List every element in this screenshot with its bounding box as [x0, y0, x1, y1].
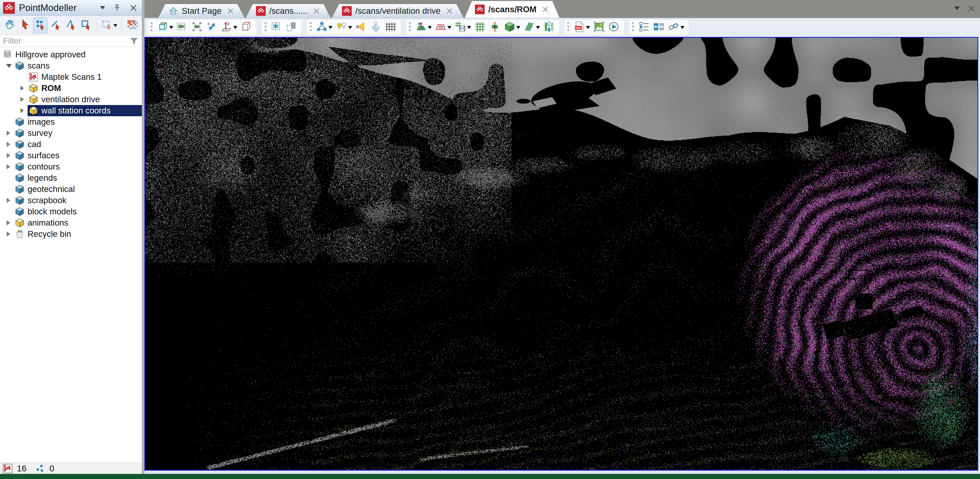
expand-arrow-icon[interactable] — [4, 229, 14, 239]
save-grid-button[interactable] — [453, 20, 473, 35]
expand-arrow-icon[interactable] — [4, 128, 14, 138]
dropdown-arrow-icon — [169, 26, 173, 31]
pattern-select-tool[interactable] — [125, 17, 139, 33]
expand-arrow-icon[interactable] — [4, 140, 14, 149]
legend-panel-button[interactable] — [637, 20, 651, 35]
tree-item-block-models[interactable]: block models — [0, 206, 142, 217]
select-line-tool[interactable] — [48, 17, 63, 33]
centre-view-button[interactable] — [269, 20, 284, 35]
z-axis-icon: Z — [221, 21, 232, 34]
collapse-arrow-icon[interactable] — [4, 61, 14, 71]
edit-action-plane-button[interactable] — [434, 20, 453, 35]
look-at-plane-button[interactable] — [488, 20, 502, 35]
clip-slab-button[interactable] — [542, 20, 556, 35]
solid-box-clip-button[interactable] — [503, 20, 522, 35]
select-arrow-tool[interactable] — [18, 17, 32, 33]
camera-fit-view-button[interactable] — [190, 20, 204, 35]
link-views-button[interactable] — [667, 20, 686, 35]
tab-scans[interactable]: /scans...... — [246, 4, 331, 18]
dropdown-arrow-icon — [113, 24, 118, 29]
group-grip[interactable] — [409, 22, 411, 32]
cube-blue-icon — [15, 140, 24, 149]
perspective-toggle-button[interactable] — [239, 20, 253, 35]
image-photo-icon — [593, 21, 605, 34]
cube-blue-icon — [15, 117, 24, 127]
tab-scans-rom[interactable]: /scans/ROM — [465, 1, 559, 18]
select-rect-tool[interactable] — [79, 17, 94, 33]
export-pdf-button[interactable]: PDF — [572, 20, 591, 35]
tab-list-chevron-icon[interactable] — [955, 6, 959, 13]
view-orientation-button[interactable] — [156, 20, 175, 35]
panel-toolbar — [0, 16, 142, 35]
tree-item-survey[interactable]: survey — [0, 127, 142, 139]
tab-close-icon[interactable] — [227, 7, 234, 15]
tab-scans-ventilation-drive[interactable]: /scans/ventilation drive — [332, 4, 463, 18]
panel-close-icon[interactable] — [129, 3, 138, 12]
marquee-select-tool[interactable] — [101, 17, 118, 33]
expand-arrow-icon[interactable] — [4, 151, 14, 160]
tree-item-content: wall station coords — [27, 105, 142, 116]
group-grip[interactable] — [567, 22, 569, 32]
lighting-button[interactable] — [334, 20, 353, 35]
tab-close-icon[interactable] — [313, 7, 320, 15]
point-display-button[interactable] — [315, 20, 334, 35]
viewport-canvas[interactable] — [145, 38, 977, 470]
maptek-icon — [256, 6, 266, 16]
tab-bar-close-icon[interactable] — [967, 4, 975, 13]
show-grid-button[interactable] — [473, 20, 487, 35]
copy-view-button[interactable] — [284, 20, 299, 35]
panel-menu-chevron-icon[interactable] — [100, 6, 105, 12]
export-image-button[interactable] — [592, 20, 606, 35]
application-window: PointModeller Hillgrove approvedscansMap… — [0, 0, 980, 479]
dropdown-arrow-icon — [428, 26, 432, 31]
up-direction-button[interactable]: Z — [220, 20, 239, 35]
cursor-icon — [19, 19, 31, 32]
clip-plane-button[interactable] — [522, 20, 541, 35]
tree-item-scans[interactable]: scans — [0, 60, 142, 71]
expand-arrow-icon[interactable] — [4, 195, 14, 205]
tree-item-animations[interactable]: animations — [0, 217, 142, 228]
tree-item-recycle-bin[interactable]: Recycle bin — [0, 228, 142, 240]
expand-arrow-icon[interactable] — [18, 83, 27, 93]
group-grip[interactable] — [310, 22, 312, 32]
zoom-to-selection-button[interactable] — [175, 20, 189, 35]
tab-close-icon[interactable] — [445, 7, 453, 15]
tree-item-rom[interactable]: ROM — [0, 82, 142, 94]
filter-input[interactable] — [3, 36, 129, 46]
tree-item-cad[interactable]: cad — [0, 139, 142, 150]
set-action-plane-button[interactable] — [414, 20, 433, 35]
panel-splitter[interactable] — [142, 0, 145, 474]
tree-item-geotechnical[interactable]: geotechnical — [0, 184, 142, 195]
group-grip[interactable] — [151, 22, 152, 32]
swap-views-button[interactable] — [652, 20, 666, 35]
pin-icon[interactable] — [113, 3, 121, 12]
tree-item-wall-station-coords[interactable]: wall station coords — [0, 105, 142, 116]
grid-display-button[interactable] — [383, 20, 398, 35]
zoom-extents-button[interactable] — [205, 20, 219, 35]
tree-item-surfaces[interactable]: surfaces — [0, 150, 142, 161]
expand-arrow-icon[interactable] — [4, 162, 14, 171]
tree-item-hillgrove-approved[interactable]: Hillgrove approved — [0, 49, 142, 60]
pan-tool[interactable] — [3, 17, 17, 33]
tree-item-content: contours — [14, 161, 142, 172]
expand-arrow-icon[interactable] — [4, 218, 14, 228]
tree-item-ventilation-drive[interactable]: ventilation drive — [0, 94, 142, 105]
group-grip[interactable] — [265, 22, 266, 32]
tree-item-maptek-scans-1[interactable]: Maptek Scans 1 — [0, 71, 142, 82]
select-points-tool[interactable] — [33, 17, 48, 33]
filter-funnel-icon[interactable] — [129, 36, 139, 46]
panel-title: PointModeller — [19, 3, 76, 13]
headlight-button[interactable] — [354, 20, 368, 35]
play-animation-button[interactable] — [607, 20, 621, 35]
tab-start-page[interactable]: Start Page — [158, 4, 245, 18]
tree-item-scrapbook[interactable]: scrapbook — [0, 195, 142, 206]
select-polygon-tool[interactable] — [64, 17, 78, 33]
reflectance-button[interactable] — [369, 20, 383, 35]
expand-arrow-icon[interactable] — [18, 106, 27, 116]
tree-item-legends[interactable]: legends — [0, 172, 142, 184]
expand-arrow-icon[interactable] — [18, 95, 27, 104]
tab-close-icon[interactable] — [542, 6, 549, 13]
tree-item-images[interactable]: images — [0, 116, 142, 127]
tree-item-contours[interactable]: contours — [0, 161, 142, 172]
group-grip[interactable] — [632, 22, 634, 32]
